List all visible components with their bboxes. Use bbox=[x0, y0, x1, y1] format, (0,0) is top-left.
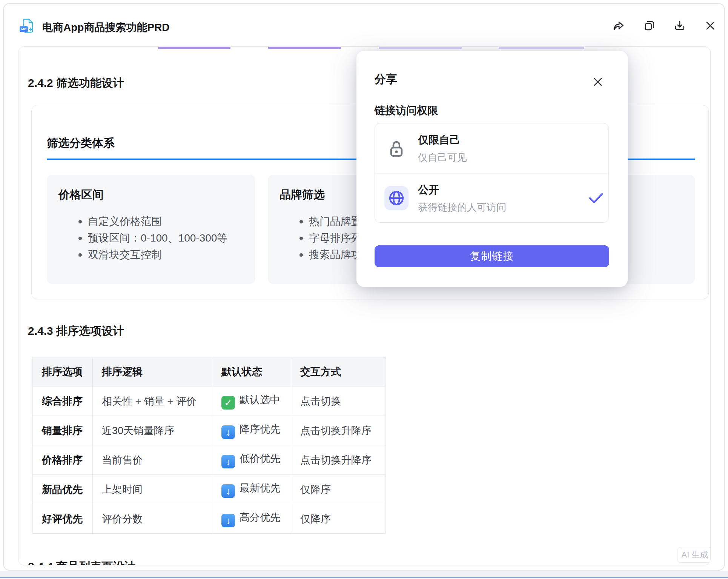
md-badge: MD bbox=[20, 26, 28, 32]
table-row: 价格排序 当前售价 ↓低价优先 点击切换升降序 bbox=[33, 445, 386, 475]
close-window-icon[interactable] bbox=[704, 20, 716, 32]
column-header: 排序逻辑 bbox=[93, 357, 212, 387]
scrolled-chip-underline bbox=[268, 47, 341, 49]
table-cell: 新品优先 bbox=[33, 475, 93, 504]
down-arrow-icon: ↓ bbox=[221, 455, 235, 468]
column-header: 默认状态 bbox=[212, 357, 291, 387]
table-cell: 评价分数 bbox=[93, 504, 212, 534]
permission-option-subtitle: 仅自己可见 bbox=[418, 151, 467, 164]
scrolled-chip-underline bbox=[379, 47, 462, 49]
table-cell: 销量排序 bbox=[33, 416, 93, 445]
permission-option-subtitle: 获得链接的人可访问 bbox=[418, 201, 506, 214]
table-row: 好评优先 评价分数 ↓高分优先 仅降序 bbox=[33, 504, 386, 534]
permission-section-label: 链接访问权限 bbox=[375, 103, 438, 118]
down-arrow-icon: ↓ bbox=[221, 484, 235, 498]
section-heading-242: 2.4.2 筛选功能设计 bbox=[28, 75, 124, 91]
table-cell: 仅降序 bbox=[291, 475, 386, 504]
scrolled-chip-underline bbox=[499, 47, 584, 49]
table-header-row: 排序选项 排序逻辑 默认状态 交互方式 bbox=[33, 357, 386, 387]
badge-label: 低价优先 bbox=[240, 453, 280, 464]
table-cell: 点击切换升降序 bbox=[291, 445, 386, 475]
bullet-item: 字母排序列 bbox=[268, 230, 362, 246]
filter-card-title: 筛选分类体系 bbox=[47, 136, 115, 151]
sort-options-table: 排序选项 排序逻辑 默认状态 交互方式 综合排序 相关性 + 销量 + 评价 ✓… bbox=[32, 357, 386, 534]
ai-generated-badge: AI 生成 bbox=[677, 547, 711, 563]
bottom-accent-line bbox=[0, 577, 728, 578]
price-range-card: 价格区间 自定义价格范围 预设区间：0-100、100-300等 双滑块交互控制 bbox=[47, 175, 255, 284]
share-icon[interactable] bbox=[613, 20, 625, 32]
bullet-item: 搜索品牌功 bbox=[268, 246, 362, 263]
bullet-list: 热门品牌置 字母排序列 搜索品牌功 bbox=[268, 213, 362, 263]
scrolled-chip-underline bbox=[158, 47, 230, 49]
badge-label: 默认选中 bbox=[240, 394, 280, 405]
table-cell: 仅降序 bbox=[291, 504, 386, 534]
permission-options-card: 仅限自己 仅自己可见 公开 获得链接的人可访问 bbox=[375, 123, 609, 223]
section-heading-244: 2.4.4 商品列表页设计 bbox=[28, 559, 135, 565]
column-header: 排序选项 bbox=[33, 357, 93, 387]
selected-check-icon bbox=[588, 192, 604, 204]
copy-icon[interactable] bbox=[644, 20, 656, 32]
down-arrow-icon: ↓ bbox=[221, 514, 235, 527]
sub-card-title: 价格区间 bbox=[58, 187, 104, 203]
table-cell: 上架时间 bbox=[93, 475, 212, 504]
table-cell: 近30天销量降序 bbox=[93, 416, 212, 445]
share-dialog: 分享 链接访问权限 仅限自己 仅自己可见 bbox=[356, 51, 628, 287]
table-row: 综合排序 相关性 + 销量 + 评价 ✓默认选中 点击切换 bbox=[33, 387, 386, 416]
bullet-item: 热门品牌置 bbox=[268, 213, 362, 230]
document-window: MD 电商App商品搜索功能PRD 2.4.2 筛选功能设计 筛选分类体系 bbox=[3, 3, 725, 571]
table-cell: 点击切换 bbox=[291, 387, 386, 416]
badge-label: 降序优先 bbox=[240, 423, 280, 435]
table-row: 新品优先 上架时间 ↓最新优先 仅降序 bbox=[33, 475, 386, 504]
table-cell: 点击切换升降序 bbox=[291, 416, 386, 445]
bullet-item: 自定义价格范围 bbox=[47, 213, 227, 230]
table-cell: ↓高分优先 bbox=[212, 504, 291, 534]
dialog-title: 分享 bbox=[375, 72, 397, 87]
table-cell: ↓低价优先 bbox=[212, 445, 291, 475]
table-row: 销量排序 近30天销量降序 ↓降序优先 点击切换升降序 bbox=[33, 416, 386, 445]
badge-label: 最新优先 bbox=[240, 482, 280, 494]
lock-icon bbox=[384, 136, 409, 160]
badge-label: 高分优先 bbox=[240, 512, 280, 523]
table-cell: 综合排序 bbox=[33, 387, 93, 416]
permission-option-private[interactable]: 仅限自己 仅自己可见 bbox=[375, 123, 608, 173]
permission-option-title: 仅限自己 bbox=[418, 133, 460, 147]
document-title: 电商App商品搜索功能PRD bbox=[42, 20, 170, 35]
section-heading-243: 2.4.3 排序选项设计 bbox=[28, 323, 124, 339]
table-cell: 当前售价 bbox=[93, 445, 212, 475]
sub-card-title: 品牌筛选 bbox=[280, 187, 325, 203]
table-cell: ✓默认选中 bbox=[212, 387, 291, 416]
down-arrow-icon: ↓ bbox=[221, 425, 235, 439]
checked-icon: ✓ bbox=[221, 396, 235, 410]
permission-option-title: 公开 bbox=[418, 183, 439, 197]
bullet-item: 预设区间：0-100、100-300等 bbox=[47, 230, 227, 246]
permission-option-public[interactable]: 公开 获得链接的人可访问 bbox=[375, 173, 608, 223]
column-header: 交互方式 bbox=[291, 357, 386, 387]
download-icon[interactable] bbox=[674, 20, 686, 32]
table-cell: 价格排序 bbox=[33, 445, 93, 475]
table-cell: 好评优先 bbox=[33, 504, 93, 534]
table-cell: ↓降序优先 bbox=[212, 416, 291, 445]
bullet-item: 双滑块交互控制 bbox=[47, 246, 227, 263]
table-cell: ↓最新优先 bbox=[212, 475, 291, 504]
table-cell: 相关性 + 销量 + 评价 bbox=[93, 387, 212, 416]
bullet-list: 自定义价格范围 预设区间：0-100、100-300等 双滑块交互控制 bbox=[47, 213, 227, 263]
markdown-file-icon: MD bbox=[20, 18, 35, 33]
globe-icon bbox=[384, 186, 409, 210]
copy-link-button[interactable]: 复制链接 bbox=[375, 245, 609, 267]
dialog-close-icon[interactable] bbox=[591, 75, 605, 89]
